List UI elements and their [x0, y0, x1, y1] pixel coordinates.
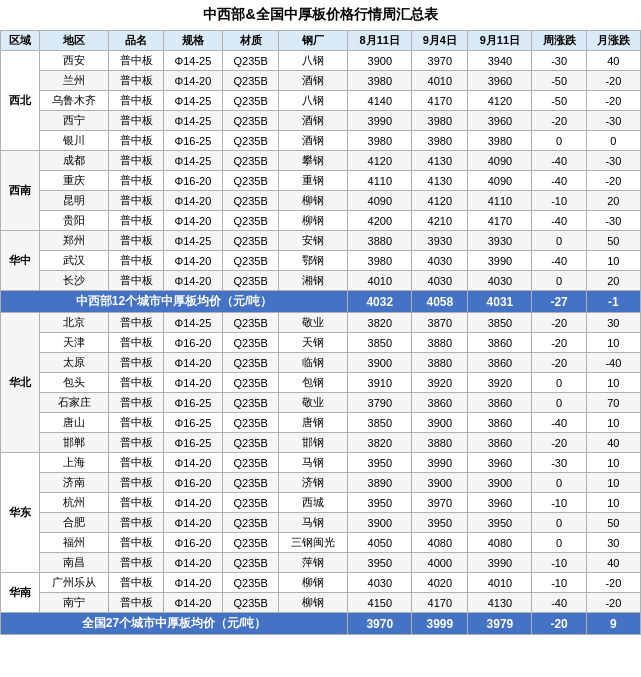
mill: 柳钢	[279, 191, 348, 211]
header-row: 区域 地区 品名 规格 材质 钢厂 8月11日 9月4日 9月11日 周涨跌 月…	[1, 31, 641, 51]
aug11: 3820	[348, 313, 412, 333]
material: Q235B	[223, 393, 279, 413]
product: 普中板	[109, 513, 163, 533]
city: 太原	[40, 353, 109, 373]
sep4: 4210	[412, 211, 468, 231]
product: 普中板	[109, 131, 163, 151]
city: 贵阳	[40, 211, 109, 231]
month-change: -20	[586, 593, 640, 613]
sep11: 3950	[468, 513, 532, 533]
sep11: 4120	[468, 91, 532, 111]
month-change: 70	[586, 393, 640, 413]
mill: 萍钢	[279, 553, 348, 573]
header-sep11: 9月11日	[468, 31, 532, 51]
month-change: 10	[586, 251, 640, 271]
mid-summary-col4: -27	[532, 291, 586, 313]
spec: Φ14-20	[163, 453, 223, 473]
week-change: -40	[532, 151, 586, 171]
product: 普中板	[109, 313, 163, 333]
main-table: 中西部&全国中厚板价格行情周汇总表 区域 地区 品名 规格 材质 钢厂 8月11…	[0, 0, 641, 635]
table-row: 杭州 普中板 Φ14-20 Q235B 西城 3950 3970 3960 -1…	[1, 493, 641, 513]
material: Q235B	[223, 333, 279, 353]
aug11: 3890	[348, 473, 412, 493]
week-change: 0	[532, 473, 586, 493]
material: Q235B	[223, 51, 279, 71]
table-row: 华东 上海 普中板 Φ14-20 Q235B 马钢 3950 3990 3960…	[1, 453, 641, 473]
material: Q235B	[223, 271, 279, 291]
aug11: 3790	[348, 393, 412, 413]
table-row: 济南 普中板 Φ16-20 Q235B 济钢 3890 3900 3900 0 …	[1, 473, 641, 493]
sep11: 3960	[468, 453, 532, 473]
aug11: 3900	[348, 513, 412, 533]
sep4: 4130	[412, 171, 468, 191]
city: 上海	[40, 453, 109, 473]
city: 合肥	[40, 513, 109, 533]
week-change: -30	[532, 51, 586, 71]
mid-summary-label: 中西部12个城市中厚板均价（元/吨）	[1, 291, 348, 313]
week-change: -20	[532, 313, 586, 333]
sep11: 4080	[468, 533, 532, 553]
aug11: 4030	[348, 573, 412, 593]
week-change: -20	[532, 433, 586, 453]
title-row: 中西部&全国中厚板价格行情周汇总表	[1, 0, 641, 31]
spec: Φ16-20	[163, 533, 223, 553]
month-change: 50	[586, 513, 640, 533]
mill: 攀钢	[279, 151, 348, 171]
region-northwest: 西北	[1, 51, 40, 151]
final-summary-col2: 3999	[412, 613, 468, 635]
mill: 柳钢	[279, 573, 348, 593]
mill: 敬业	[279, 313, 348, 333]
material: Q235B	[223, 251, 279, 271]
table-row: 乌鲁木齐 普中板 Φ14-25 Q235B 八钢 4140 4170 4120 …	[1, 91, 641, 111]
month-change: -30	[586, 151, 640, 171]
mill: 酒钢	[279, 71, 348, 91]
table-row: 石家庄 普中板 Φ16-25 Q235B 敬业 3790 3860 3860 0…	[1, 393, 641, 413]
aug11: 4050	[348, 533, 412, 553]
material: Q235B	[223, 171, 279, 191]
mill: 包钢	[279, 373, 348, 393]
sep4: 4120	[412, 191, 468, 211]
sep4: 3880	[412, 333, 468, 353]
week-change: -40	[532, 413, 586, 433]
mill: 鄂钢	[279, 251, 348, 271]
city: 郑州	[40, 231, 109, 251]
sep4: 4130	[412, 151, 468, 171]
header-region: 区域	[1, 31, 40, 51]
region-central: 华中	[1, 231, 40, 291]
table-row: 重庆 普中板 Φ16-20 Q235B 重钢 4110 4130 4090 -4…	[1, 171, 641, 191]
week-change: 0	[532, 131, 586, 151]
city: 长沙	[40, 271, 109, 291]
sep4: 3880	[412, 433, 468, 453]
table-row: 银川 普中板 Φ16-25 Q235B 酒钢 3980 3980 3980 0 …	[1, 131, 641, 151]
sep4: 4020	[412, 573, 468, 593]
region-south: 华南	[1, 573, 40, 613]
final-summary-col4: -20	[532, 613, 586, 635]
spec: Φ14-25	[163, 151, 223, 171]
material: Q235B	[223, 453, 279, 473]
month-change: -40	[586, 353, 640, 373]
product: 普中板	[109, 473, 163, 493]
sep4: 4030	[412, 271, 468, 291]
spec: Φ14-20	[163, 211, 223, 231]
mill: 重钢	[279, 171, 348, 191]
spec: Φ14-20	[163, 493, 223, 513]
mill: 八钢	[279, 91, 348, 111]
table-row: 西宁 普中板 Φ14-25 Q235B 酒钢 3990 3980 3960 -2…	[1, 111, 641, 131]
month-change: 10	[586, 333, 640, 353]
final-summary-row: 全国27个城市中厚板均价（元/吨） 3970 3999 3979 -20 9	[1, 613, 641, 635]
aug11: 4110	[348, 171, 412, 191]
spec: Φ16-20	[163, 473, 223, 493]
region-north: 华北	[1, 313, 40, 453]
product: 普中板	[109, 91, 163, 111]
spec: Φ14-20	[163, 593, 223, 613]
month-change: -30	[586, 211, 640, 231]
month-change: 40	[586, 433, 640, 453]
city: 包头	[40, 373, 109, 393]
product: 普中板	[109, 533, 163, 553]
table-row: 西北 西安 普中板 Φ14-25 Q235B 八钢 3900 3970 3940…	[1, 51, 641, 71]
sep11: 3990	[468, 553, 532, 573]
product: 普中板	[109, 111, 163, 131]
spec: Φ14-25	[163, 111, 223, 131]
month-change: 20	[586, 271, 640, 291]
table-row: 邯郸 普中板 Φ16-25 Q235B 邯钢 3820 3880 3860 -2…	[1, 433, 641, 453]
